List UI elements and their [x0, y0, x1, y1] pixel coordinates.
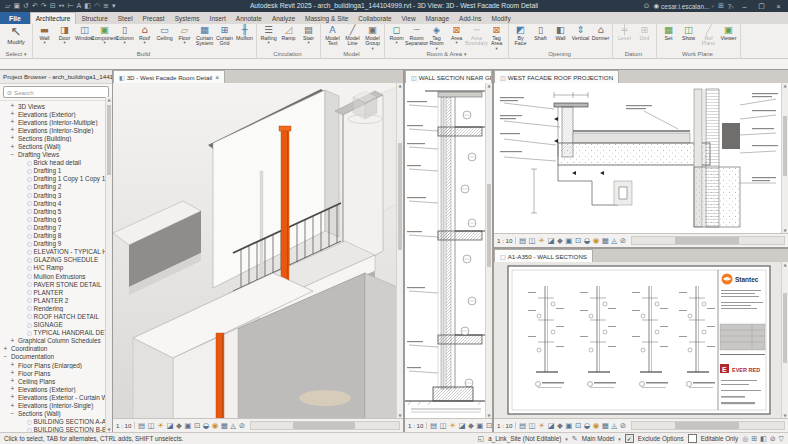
render-icon[interactable]: ◆ — [557, 420, 563, 432]
search-icon[interactable]: ⊙ — [644, 0, 650, 12]
vertical-scrollbar[interactable]: ▲ ▼ — [485, 83, 492, 418]
detail-level-icon[interactable]: ▤ — [430, 420, 437, 432]
tree-item[interactable]: ◻ BUILDING SECTION A-A - Callout — [0, 418, 112, 426]
tree-item[interactable]: ◻ Drafting 7 — [0, 223, 112, 231]
ribbon-group-label[interactable]: Select ▾ — [0, 49, 32, 58]
ribbon-tab[interactable]: Architecture — [30, 12, 77, 24]
ribbon-tab[interactable]: Manage — [421, 12, 455, 24]
tree-item[interactable]: ◻ Drafting 1 — [0, 167, 112, 175]
hide-analytical-icon[interactable]: ◬ — [611, 235, 617, 247]
ribbon-button[interactable]: ╫ Mullion — [235, 25, 254, 41]
view-tab-wall-section[interactable]: ◫ WALL SECTION NEAR GRIDLINE G — [405, 70, 492, 83]
tree-item[interactable]: − Documentation — [0, 353, 112, 361]
render-icon[interactable]: ◆ — [557, 235, 563, 247]
redo-icon[interactable]: ↷ — [41, 0, 47, 12]
expander-icon[interactable]: + — [9, 385, 16, 393]
open-file-icon[interactable]: ▱ — [5, 0, 10, 12]
ribbon-button[interactable]: ▬ Wall ▾ — [35, 25, 54, 45]
expander-icon[interactable]: + — [9, 369, 16, 377]
tree-item[interactable]: − Sections (Wall) — [0, 410, 112, 418]
ribbon-button[interactable]: ◫ Show — [679, 25, 698, 41]
tree-item[interactable]: + Floor Plans (Enlarged) — [0, 361, 112, 369]
ribbon-tab[interactable]: Modify — [487, 12, 516, 24]
temporary-view-properties-icon[interactable]: ▦ — [221, 420, 228, 432]
tree-item[interactable]: + Coordination — [0, 345, 112, 353]
tree-item[interactable]: ◻ H/C Ramp — [0, 264, 112, 272]
crop-view-icon[interactable]: ▣ — [565, 420, 572, 432]
ribbon-button[interactable]: ↖ Modify — [2, 25, 30, 45]
sync-icon[interactable]: ↺ — [23, 0, 29, 12]
expander-icon[interactable]: + — [2, 345, 9, 353]
show-crop-icon[interactable]: ⊡ — [486, 420, 492, 432]
ribbon-button[interactable]: ⊞ Grid — [635, 25, 654, 41]
workset-edit-icon[interactable]: ✎ — [572, 435, 578, 443]
view-tab-3d[interactable]: ◧ 3D - West Facade Room Detail × — [113, 70, 225, 83]
ribbon-button[interactable]: ◿ Ramp — [279, 25, 298, 41]
viewport-roof-projection[interactable]: ▲ ▼ — [494, 83, 788, 233]
ribbon-group-label[interactable]: Model — [321, 51, 384, 58]
aligned-dimension-icon[interactable]: ⊢ — [67, 0, 73, 12]
chevron-down-icon[interactable]: ▾ — [565, 436, 568, 442]
show-crop-icon[interactable]: ⊡ — [575, 235, 581, 247]
ribbon-tab[interactable]: Collaborate — [353, 12, 396, 24]
expander-icon[interactable]: − — [2, 353, 9, 361]
tree-item[interactable]: ◻ PAVER STONE DETAIL — [0, 280, 112, 288]
tree-item[interactable]: ◻ SIGNAGE — [0, 321, 112, 329]
tree-item[interactable]: ◻ ELEVATION - TYPICAL HANDRAIL — [0, 248, 112, 256]
measure-icon[interactable]: ↔ — [59, 0, 65, 12]
sun-path-icon[interactable]: ☀ — [538, 420, 545, 432]
tree-item[interactable]: ◻ Drafting 1 Copy 1 Copy 1 Copy 1 — [0, 175, 112, 183]
tree-item[interactable]: + Sections (Building) — [0, 134, 112, 142]
default-3d-view-icon[interactable]: ◧ — [84, 0, 91, 12]
ribbon-button[interactable]: ▦ Curtain System — [195, 25, 214, 47]
tree-item[interactable]: ◻ Drafting 9 — [0, 240, 112, 248]
temporary-hide-icon[interactable]: ◒ — [584, 420, 591, 432]
ribbon-group-label[interactable]: Opening — [509, 49, 612, 58]
vertical-scrollbar[interactable]: ▲ ▼ — [781, 262, 788, 418]
ribbon-button[interactable]: ⌂ Roof ▾ — [135, 25, 154, 45]
chevron-down-icon[interactable]: ▾ — [618, 436, 621, 442]
ribbon-group-label[interactable]: Build — [33, 49, 256, 58]
horizontal-scrollbar[interactable] — [631, 421, 785, 430]
close-icon[interactable]: × — [215, 74, 219, 81]
ribbon-button[interactable]: ┅ Area Boundary — [467, 25, 486, 47]
editable-only-checkbox[interactable] — [688, 434, 697, 443]
ribbon-button[interactable]: ▯ Column ▾ — [115, 25, 134, 45]
ribbon-button[interactable]: ⇕ Vertical — [571, 25, 590, 41]
worksharing-display-icon[interactable]: ◎ — [742, 435, 748, 443]
ribbon-group-label[interactable]: Circulation — [257, 49, 320, 58]
tree-item[interactable]: + Sections (Wall) — [0, 142, 112, 150]
expander-icon[interactable]: + — [9, 102, 16, 110]
ribbon-button[interactable]: ▯ Shaft — [531, 25, 550, 41]
expander-icon[interactable]: + — [9, 377, 16, 385]
reveal-hidden-icon[interactable]: ◉ — [212, 420, 219, 432]
active-design-option[interactable]: Main Model — [582, 435, 615, 442]
viewport-sheet[interactable]: Stantec E EVER RED — [494, 262, 788, 418]
ribbon-button[interactable]: ◈ Tag Room ▾ — [427, 25, 446, 51]
search-input[interactable]: ⊙ Search — [3, 86, 109, 98]
ribbon-group-label[interactable]: Datum — [613, 49, 656, 58]
ribbon-button[interactable]: ◻ Room ▾ — [387, 25, 406, 45]
help-button[interactable]: ?▾ — [728, 3, 734, 10]
tree-item[interactable]: ◻ Drafting 8 — [0, 232, 112, 240]
customize-qat-icon[interactable]: ▾ — [112, 0, 116, 12]
section-icon[interactable]: ◠ — [94, 0, 100, 12]
ribbon-button[interactable]: ╱ Ref Plane — [699, 25, 718, 47]
ribbon-button[interactable]: ╪ Level — [615, 25, 634, 41]
requests-icon[interactable]: ⊞ — [751, 435, 757, 443]
temporary-view-properties-icon[interactable]: ▦ — [602, 235, 609, 247]
ribbon-tab[interactable]: Structure — [76, 12, 112, 24]
browser-scrollbar[interactable]: ▲ ▼ — [105, 97, 112, 432]
render-icon[interactable]: ◆ — [176, 420, 182, 432]
visual-style-icon[interactable]: ◫ — [529, 420, 536, 432]
ribbon-button[interactable]: ▦ Set — [659, 25, 678, 41]
tree-item[interactable]: + Elevations (Exterior - Curtain Wall) — [0, 393, 112, 401]
viewport-3d[interactable]: ▲ ▼ — [113, 83, 403, 418]
expander-icon[interactable]: + — [9, 402, 16, 410]
tree-item[interactable]: ◻ TYPICAL HANDRAIL DETAILS — [0, 329, 112, 337]
ribbon-button[interactable]: ⊠ Area ▾ — [447, 25, 466, 45]
ribbon-button[interactable]: ▣ Component ▾ — [95, 25, 114, 45]
sun-path-icon[interactable]: ☀ — [157, 420, 164, 432]
tree-item[interactable]: ◻ Drafting 4 — [0, 199, 112, 207]
ribbon-tab[interactable]: Annotate — [231, 12, 267, 24]
